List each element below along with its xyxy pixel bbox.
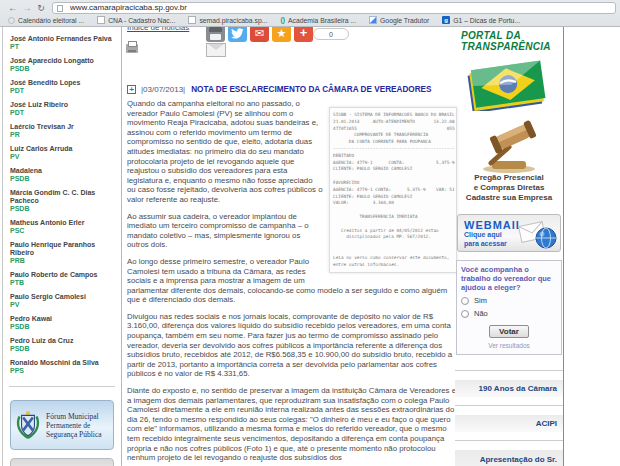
browser-chrome: www.camarapiracicaba.sp.gov.br Calendári… xyxy=(0,0,620,27)
poll-question: Você acompanha o trabalho do vereador qu… xyxy=(461,265,557,292)
member-name[interactable]: Paulo Sergio Camolesi xyxy=(10,293,117,301)
sidebar-member[interactable]: Paulo Henrique Paranhos RibeiroPRB xyxy=(10,241,117,265)
bookmark-g1[interactable]: gG1 – Dicas de Portu... xyxy=(442,16,520,24)
share-toolbar xyxy=(206,27,313,42)
article-title: NOTA DE ESCLARECIMENTO DA CÂMARA DE VERE… xyxy=(191,85,431,94)
member-name[interactable]: Madalena xyxy=(10,167,117,175)
bookmark-label: semad.piracicaba.sp... xyxy=(199,17,267,24)
bookmark-cna[interactable]: CNA - Cadastro Nac... xyxy=(97,16,175,24)
member-name[interactable]: Pedro Kawai xyxy=(10,315,117,323)
member-party: PR xyxy=(10,131,117,139)
poll-results-link[interactable]: Ver resultados xyxy=(461,342,557,349)
article-header: |03/07/2013| NOTA DE ESCLARECIMENTO DA C… xyxy=(127,85,453,94)
banner-apresentacao[interactable]: Apresentação do Sr. Edison Piazza sobre xyxy=(455,450,563,466)
sidebar-member[interactable]: Laércio Trevisan JrPR xyxy=(10,123,117,139)
member-name[interactable]: Paulo Henrique Paranhos Ribeiro xyxy=(10,241,117,257)
printer-icon[interactable] xyxy=(126,44,138,53)
news-index-link[interactable]: Índice de notícias xyxy=(127,27,189,32)
academia-icon: () xyxy=(280,16,285,24)
plus-share-icon[interactable] xyxy=(294,27,313,42)
bookmark-semad[interactable]: semad.piracicaba.sp... xyxy=(188,16,267,24)
poll-option-nao[interactable]: Não xyxy=(461,309,557,318)
member-party: PSDB xyxy=(10,205,117,213)
sidebar-member[interactable]: José Luiz RibeiroPDT xyxy=(10,101,117,117)
favorite-share-icon[interactable] xyxy=(272,27,291,42)
print-share-icon[interactable] xyxy=(206,27,225,42)
member-name[interactable]: José Antonio Fernandes Paiva xyxy=(10,35,117,43)
twitter-icon[interactable] xyxy=(228,27,247,42)
poll-option-label[interactable]: Não xyxy=(474,309,488,318)
right-column: PORTAL DA TRANSPARÊNCIA xyxy=(455,27,563,466)
sidebar-member[interactable]: Paulo Sergio CamolesiPV xyxy=(10,293,117,309)
right-banner-list: 190 Anos da Câmara ACIPI Apresentação do… xyxy=(455,370,563,466)
member-name[interactable]: José Benedito Lopes xyxy=(10,79,117,87)
pregao-line2: e Compras Diretas xyxy=(455,183,563,193)
divider xyxy=(455,405,563,406)
poll-option-sim[interactable]: Sim xyxy=(461,296,557,305)
sidebar-member[interactable]: Paulo Roberto de CamposPTB xyxy=(10,271,117,287)
poll-option-label[interactable]: Sim xyxy=(474,296,487,305)
member-party: PSC xyxy=(10,227,117,235)
member-name[interactable]: Luiz Carlos Arruda xyxy=(10,145,117,153)
portal-transparencia-banner[interactable] xyxy=(463,55,555,111)
forum-seguranca-banner[interactable]: Fórum Municipal Permanente de Segurança … xyxy=(10,400,114,450)
member-name[interactable]: Ronaldo Moschini da Silva xyxy=(10,359,117,367)
sidebar-member[interactable]: Pedro KawaiPSDB xyxy=(10,315,117,331)
gavel-icon xyxy=(465,119,553,173)
radio-nao[interactable] xyxy=(461,310,469,318)
webmail-envelope-globe-icon xyxy=(518,218,558,250)
pregao-line3: Cadastre sua Empresa xyxy=(455,193,563,203)
sidebar-member[interactable]: José Benedito LopesPDT xyxy=(10,79,117,95)
member-party: PT xyxy=(10,43,117,51)
sidebar-member[interactable]: José Aparecido LongattoPSDB xyxy=(10,57,117,73)
sidebar-member[interactable]: Luiz Carlos ArrudaPV xyxy=(10,145,117,161)
member-name[interactable]: Laércio Trevisan Jr xyxy=(10,123,117,131)
pregao-label[interactable]: Pregão Presencial e Compras Diretas Cada… xyxy=(455,173,563,203)
sidebar-member[interactable]: José Antonio Fernandes PaivaPT xyxy=(10,35,117,51)
bookmark-academia[interactable]: ()Academia Brasileira ... xyxy=(280,16,356,24)
sidebar-member[interactable]: Matheus Antonio ErlerPSC xyxy=(10,219,117,235)
back-button[interactable] xyxy=(6,2,20,14)
article-area: Índice de notícias 0 |03/07/2013| NOTA D… xyxy=(122,27,455,466)
bookmark-tradutor[interactable]: Google Tradutor xyxy=(369,16,429,24)
sidebar-member[interactable]: Ronaldo Moschini da SilvaPPS xyxy=(10,359,117,375)
member-name[interactable]: Márcia Gondim C. C. Dias Pacheco xyxy=(10,189,117,205)
bookmarks-bar: Calendário eleitoral ... CNA - Cadastro … xyxy=(0,14,620,26)
member-party: PV xyxy=(10,301,117,309)
envelope-icon[interactable] xyxy=(206,43,226,57)
bookmark-calendario[interactable]: Calendário eleitoral ... xyxy=(8,17,84,24)
divider xyxy=(455,370,563,371)
forum-shield-icon xyxy=(15,410,41,440)
share-count-badge: 0 xyxy=(313,28,349,40)
divider xyxy=(455,440,563,441)
member-name[interactable]: Paulo Roberto de Campos xyxy=(10,271,117,279)
bookmark-label: Academia Brasileira ... xyxy=(288,17,356,24)
portal-transparencia-link[interactable]: PORTAL DA TRANSPARÊNCIA xyxy=(461,30,563,52)
sidebar-member[interactable]: Pedro Luiz da CruzPSDB xyxy=(10,337,117,353)
bank-receipt-image: SISBB - SISTEMA DE INFORMACOES BANCO DO … xyxy=(329,107,457,273)
member-name[interactable]: Matheus Antonio Erler xyxy=(10,219,117,227)
pregao-banner[interactable] xyxy=(465,119,553,173)
reload-button[interactable] xyxy=(34,2,48,14)
article-paragraph: Diante do exposto e, no sentido de prese… xyxy=(127,386,457,463)
sidebar-member[interactable]: MadalenaPSDB xyxy=(10,167,117,183)
page-favicon-icon xyxy=(57,5,63,12)
bank-receipt-text: SISBB - SISTEMA DE INFORMACOES BANCO DO … xyxy=(330,108,456,272)
forward-button[interactable] xyxy=(20,2,34,14)
brazil-flag-icon xyxy=(463,55,555,111)
radio-sim[interactable] xyxy=(461,297,469,305)
expand-icon[interactable] xyxy=(127,85,136,94)
member-party: PSDB xyxy=(10,175,117,183)
banner-190-anos[interactable]: 190 Anos da Câmara xyxy=(455,380,563,397)
sidebar-member[interactable]: Márcia Gondim C. C. Dias PachecoPSDB xyxy=(10,189,117,213)
email-share-icon[interactable] xyxy=(250,27,269,42)
address-bar[interactable]: www.camarapiracicaba.sp.gov.br xyxy=(52,2,616,14)
member-name[interactable]: José Luiz Ribeiro xyxy=(10,101,117,109)
webmail-banner[interactable]: WEBMAIL Clique aqui para acessar xyxy=(457,214,561,252)
article-paragraph: Divulgou nas redes sociais e nos jornais… xyxy=(127,312,457,379)
member-name[interactable]: José Aparecido Longatto xyxy=(10,57,117,65)
sidebar-banner-partial[interactable] xyxy=(10,458,114,466)
banner-acipi[interactable]: ACIPI xyxy=(455,415,563,432)
vote-button[interactable]: Votar xyxy=(489,325,529,338)
member-name[interactable]: Pedro Luiz da Cruz xyxy=(10,337,117,345)
